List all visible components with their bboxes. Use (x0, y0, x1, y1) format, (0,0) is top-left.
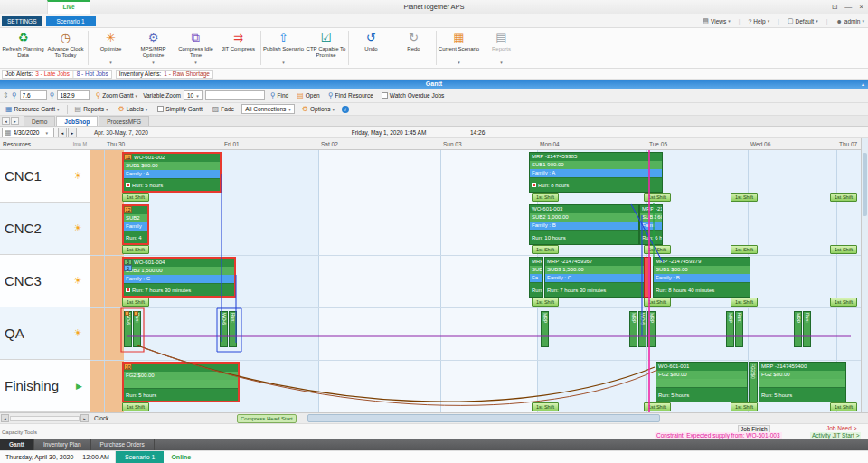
view-tab-processmfg[interactable]: ProcessMFG (99, 116, 149, 126)
compress-head-start-marker[interactable]: Compress Head Start (237, 414, 297, 423)
capacity-tools-link[interactable]: Capacity Tools (2, 430, 37, 435)
gantt-task-narrow[interactable]: WO-6 (124, 311, 132, 347)
status-scenario-badge[interactable]: Scenario 1 (116, 451, 164, 463)
collapse-icon[interactable]: ▴ (862, 80, 864, 89)
gantt-task-narrow[interactable]: MRP (647, 311, 656, 347)
gantt-task[interactable]: FG2 $00.00Run: 5 hours10 (122, 362, 240, 402)
zoom-out-icon[interactable]: ⚲ (12, 91, 17, 99)
close-icon[interactable]: × (859, 0, 863, 14)
simplify-gantt-toggle[interactable]: Simplify Gantt (155, 104, 204, 115)
gantt-task[interactable]: SUB2FamilyRun: 412 (122, 204, 149, 245)
ribbon-button-jit-compress[interactable]: ⇉JIT Compress (217, 28, 259, 60)
gantt-task[interactable]: MRP -2147459400FG2 $00.00Run: 5 hours (759, 362, 846, 402)
gantt-task[interactable]: MRP -2147459385SUB1 900.00Family : ARun:… (529, 152, 663, 193)
gantt-task-narrow[interactable]: WO-6 (220, 311, 228, 347)
scroll-right-icon[interactable]: ▸ (80, 414, 89, 422)
tab-scroll-right-icon[interactable]: ▸ (11, 117, 19, 125)
ribbon-button-ctp-capable-to-promise[interactable]: ☑CTP Capable To Promise (305, 28, 347, 60)
gantt-task-narrow[interactable]: WO-6 (638, 311, 646, 347)
gantt-task-narrow[interactable]: Run: (735, 311, 743, 347)
fade-toggle[interactable]: ▨Fade (210, 104, 237, 115)
gantt-search-input[interactable] (205, 90, 265, 100)
gantt-task[interactable]: MRP -2147459379SUB1 $00.00Family : BRun:… (653, 257, 750, 298)
bottom-tab-purchase-orders[interactable]: Purchase Orders (91, 439, 155, 450)
gantt-task-narrow[interactable]: FG2 $0 (749, 362, 758, 402)
bottom-tab-gantt[interactable]: Gantt (0, 439, 34, 450)
ribbon-button-advance-clock-to-today[interactable]: ◷Advance Clock To Today (44, 28, 87, 60)
admin-user-menu[interactable]: ☻admin▾ (835, 18, 864, 24)
scroll-left-icon[interactable]: ◂ (1, 414, 9, 422)
gantt-task[interactable]: WO-601-003SUB2 1,000.00Family : BRun: 10… (529, 204, 639, 245)
gantt-task[interactable]: WO-601-004SUB3 1,500.00Family : CRun: 7 … (122, 257, 236, 298)
ribbon-button-reports[interactable]: ▤Reports▾ (480, 28, 523, 65)
tab-scroll-left-icon[interactable]: ◂ (2, 117, 10, 125)
next-day-icon[interactable]: ▸ (68, 128, 77, 137)
prev-day-icon[interactable]: ◂ (58, 128, 67, 137)
resource-panel-scrollbar[interactable]: ◂ ▸ (0, 413, 90, 423)
sort-icon[interactable]: ⇕ (3, 91, 9, 99)
help-menu[interactable]: ?Help▾ (748, 18, 769, 24)
gantt-task[interactable]: MRP -21SUB2 60FamiRun: 6 h (639, 204, 663, 245)
view-tab-demo[interactable]: Demo (24, 116, 55, 126)
gantt-task[interactable]: WO-601-002SUB1 $00.00Family : ARun: 5 ho… (122, 152, 222, 193)
ribbon-button-optimize[interactable]: ✳Optimize▾ (90, 28, 132, 65)
ribbon-button-undo[interactable]: ↺Undo (350, 28, 392, 60)
late-jobs-link[interactable]: 3 - Late Jobs (35, 71, 70, 77)
find-resource-button[interactable]: ⚲Find Resource (326, 90, 376, 101)
tab-scenario-1[interactable]: Scenario 1 (46, 16, 96, 26)
gantt-task-narrow[interactable]: Run: (803, 311, 811, 347)
zoom-small-input[interactable] (20, 90, 47, 100)
resource-row-cnc3[interactable]: CNC3☀ (0, 255, 90, 307)
gantt-task[interactable]: WO-601-001FG2 $00.00Run: 5 hours (656, 362, 748, 402)
open-button[interactable]: ▤Open (294, 90, 322, 101)
find-button[interactable]: ⚲Find (268, 90, 292, 101)
ribbon-button-mps-mrp-optimize[interactable]: ⚙MPS/MRP Optimize▾ (132, 28, 175, 65)
resource-row-cnc2[interactable]: CNC2☀ (0, 203, 90, 255)
vertical-scrollbar-thumb[interactable] (863, 153, 867, 216)
views-menu[interactable]: ▤Views▾ (703, 17, 730, 24)
connections-select[interactable]: All Connections▾ (241, 104, 295, 114)
bottom-tab-inventory-plan[interactable]: Inventory Plan (34, 439, 91, 450)
restore-icon[interactable]: ⊡ (832, 0, 838, 14)
gantt-task[interactable]: MRP -2147459367SUB3 1,500.00Family : CRu… (544, 257, 649, 298)
zoom-large-input[interactable] (57, 90, 90, 100)
variable-zoom-select[interactable]: 10▾ (184, 90, 203, 100)
gantt-task-narrow[interactable]: MRP (794, 311, 802, 347)
ribbon-button-compress-idle-time[interactable]: ⧉Compress Idle Time▾ (175, 28, 217, 65)
ribbon-button-current-scenario[interactable]: ▦Current Scenario▾ (438, 28, 480, 65)
gantt-task-narrow[interactable]: MRP (541, 311, 549, 347)
zoom-in-icon[interactable]: ⚲ (50, 91, 55, 99)
resource-gantt-select[interactable]: ▦Resource Gantt▾ (3, 104, 62, 115)
resource-row-finishing[interactable]: Finishing▶ (0, 360, 90, 412)
watch-overdue-jobs-checkbox[interactable]: Watch Overdue Jobs (379, 90, 447, 101)
hot-jobs-link[interactable]: 8 - Hot Jobs (77, 71, 108, 77)
reports-button[interactable]: ▤Reports▾ (72, 104, 111, 115)
gantt-task-narrow[interactable]: Run: (229, 311, 237, 347)
resource-row-cnc1[interactable]: CNC1☀ (0, 150, 90, 203)
info-icon[interactable]: i (342, 106, 349, 113)
options-button[interactable]: ⚙Options▾ (299, 104, 337, 115)
gantt-task-narrow[interactable]: MRP (629, 311, 637, 347)
default-workspace-menu[interactable]: ▢Default▾ (788, 17, 818, 24)
gantt-task[interactable]: MRP -SUBFaRun: (529, 257, 543, 298)
gantt-task-narrow[interactable] (644, 257, 651, 298)
ribbon-button-refresh-planning-data[interactable]: ♻Refresh Planning Data (2, 28, 44, 60)
labels-button[interactable]: ⚙Labels▾ (115, 104, 150, 115)
zoom-gantt-button[interactable]: ⚲Zoom Gantt▾ (92, 90, 140, 101)
date-input[interactable] (14, 129, 44, 136)
scroll-track[interactable] (10, 416, 80, 421)
gantt-task-narrow[interactable]: MRP (726, 311, 734, 347)
minimize-icon[interactable]: — (844, 0, 852, 14)
ribbon-button-redo[interactable]: ↻Redo (392, 28, 435, 60)
gantt-chart[interactable]: 1st Shift1st Shift1st Shift1st Shift1st … (90, 150, 861, 412)
vertical-scrollbar[interactable] (861, 138, 868, 412)
raw-shortage-link[interactable]: 1 - Raw Shortage (164, 71, 210, 77)
view-tab-jobshop[interactable]: JobShop (56, 116, 98, 126)
date-picker[interactable]: ▦ ▾ (2, 128, 54, 137)
ribbon-button-publish-scenario[interactable]: ⇧Publish Scenario▾ (262, 28, 305, 65)
settings-button[interactable]: SETTINGS (2, 16, 42, 26)
resource-row-qa[interactable]: QA☀ (0, 307, 90, 360)
chart-scrollbar[interactable]: Clock Compress Head Start (90, 413, 868, 423)
gantt-task-narrow[interactable]: Run: (133, 311, 141, 347)
chart-scrollbar-thumb[interactable] (307, 414, 660, 422)
